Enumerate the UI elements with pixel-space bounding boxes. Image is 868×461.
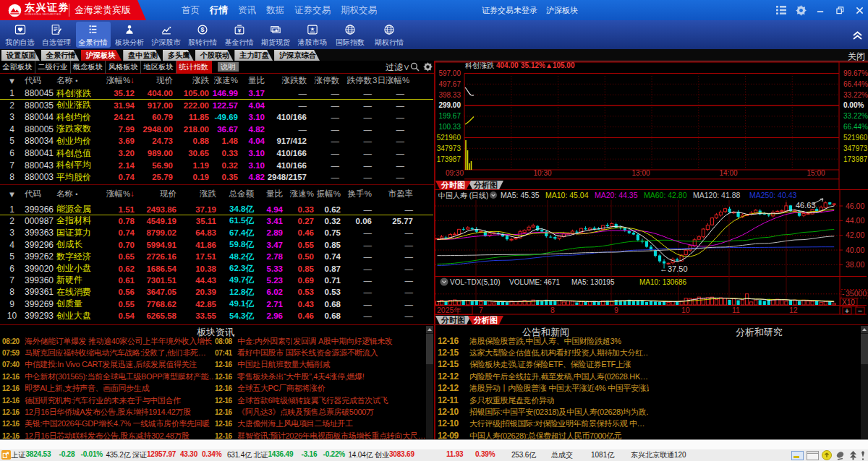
- news-item[interactable]: 12-16零售板块杀出“大牛股”,4天4涨停,燃爆!: [215, 371, 425, 382]
- news-item[interactable]: 07:40中信建投:In Vivo CART发展迅速,后续发展值得关注: [2, 359, 213, 370]
- news-item[interactable]: 12-16《阿凡达3》点映及预售总票房破5000万: [215, 407, 425, 418]
- column-header[interactable]: 现价: [135, 189, 177, 199]
- news-item[interactable]: 07:59马斯克回应福特收缩电动汽车战略:没救了,他们非死…: [2, 348, 213, 358]
- table-row[interactable]: 7880043科创平均2.1456.901.190.323.10410/166—…: [0, 159, 434, 171]
- column-header[interactable]: 名称 •: [56, 75, 103, 86]
- satellite-icon[interactable]: [835, 451, 846, 460]
- window-minimized-icon[interactable]: [791, 451, 804, 460]
- menu-item-1[interactable]: 行情: [205, 0, 233, 20]
- column-header[interactable]: 振幅%: [315, 189, 341, 199]
- table-row[interactable]: 9399269创质量0.557768.6242.8549.1亿2.710.430…: [0, 298, 434, 309]
- chart-tab-0[interactable]: 分时图: [435, 181, 471, 189]
- board-tab-0[interactable]: 全部板块: [0, 61, 35, 74]
- market-icon[interactable]: [1, 450, 11, 460]
- news-item[interactable]: 12-16全球五大PC厂商都将涨价: [215, 383, 425, 394]
- toolbar-item-1[interactable]: 自选管理: [39, 22, 74, 48]
- news-item[interactable]: 07:41看好中国股市 国际长线资金源源不断流入: [215, 348, 425, 358]
- board-tab-1[interactable]: 二级行业: [35, 61, 71, 74]
- layout-tab-5[interactable]: 个股联动: [195, 50, 234, 61]
- table-row[interactable]: 10399293创业大盘0.546265.5833.5554.3亿2.960.4…: [0, 310, 434, 322]
- table-row[interactable]: 8880003平均股价0.7425.790.190.354.822948/215…: [0, 171, 434, 184]
- layout-tab-4[interactable]: 多头鹰: [163, 50, 194, 61]
- chart-tab-0[interactable]: 分时图: [435, 316, 471, 324]
- table-row[interactable]: 6880041科创总值3.20989.0030.650.333.10410/16…: [0, 147, 434, 160]
- speed-icon[interactable]: [848, 451, 858, 460]
- news-item[interactable]: 12-10招银国际:中国平安(02318)及中国人寿(02628)均为政…: [438, 407, 649, 418]
- news-item[interactable]: 12-16中国赴日航班数量大幅削减: [215, 359, 425, 370]
- column-header[interactable]: 涨速%: [284, 189, 315, 199]
- column-header[interactable]: 涨幅%↓: [103, 189, 135, 199]
- news-item[interactable]: 12-16美银:中国2026年GDP增长4.7% 一线城市房价率先回暖: [2, 418, 213, 429]
- toolbar-item-6[interactable]: ¥基金行情: [222, 22, 257, 48]
- table-row[interactable]: 5880034创业均价3.6924.730.881.484.04917/412—…: [0, 135, 434, 147]
- column-header[interactable]: 涨速%: [210, 75, 239, 86]
- column-header[interactable]: 涨跌: [177, 189, 217, 199]
- gear-icon[interactable]: [423, 62, 433, 72]
- scroll-up-icon[interactable]: [426, 326, 433, 333]
- table-row[interactable]: 1880045科创涨跌35.12404.00105.00146.993.17——…: [0, 87, 434, 100]
- settings-gear-icon[interactable]: [795, 4, 807, 16]
- table-row[interactable]: 1399366能源金属1.512493.8637.1934.8亿4.940.33…: [0, 203, 434, 215]
- column-header[interactable]: 名称 •: [56, 189, 103, 199]
- column-header[interactable]: 代码: [25, 75, 56, 86]
- layout-tab-6[interactable]: 主力盯盘: [234, 50, 273, 61]
- column-header[interactable]: 3日涨幅%: [373, 75, 405, 86]
- menu-item-4[interactable]: 证券交易: [289, 0, 336, 20]
- column-header[interactable]: 总金额: [217, 189, 255, 199]
- news-item[interactable]: 12-16即梦AI上新,支持声音、画面同步生成: [2, 383, 213, 394]
- column-header[interactable]: 涨幅%↓: [103, 75, 135, 86]
- note-button[interactable]: 说明: [218, 62, 239, 72]
- table-row[interactable]: 7399360新硬件0.617301.5144.4349.7亿5.230.690…: [0, 274, 434, 285]
- table-row[interactable]: 6399020创业小盘0.621686.5410.3862.3亿5.330.85…: [0, 262, 434, 274]
- column-header[interactable]: 换手%: [341, 189, 373, 199]
- board-tab-4[interactable]: 地区板块: [141, 61, 176, 74]
- news-item[interactable]: 12-16港股保险股普跌,中国人寿、中国财险跌超3%: [438, 336, 649, 347]
- news-item[interactable]: 08:20海外储能订单爆发 推动逾40家公司上半年境外收入增长: [2, 336, 213, 347]
- board-tab-3[interactable]: 风格板块: [106, 61, 141, 74]
- table-row[interactable]: 2880035创业涨跌31.94917.00222.00122.574.04——…: [0, 99, 434, 111]
- toolbar-item-10[interactable]: 期权行情: [372, 22, 407, 48]
- layout-tab-3[interactable]: 盘中监测: [123, 50, 161, 61]
- news-item[interactable]: 12-16中仑新材(301565):当前全球电工级BOPP薄型膜材产能…: [2, 371, 213, 382]
- alert-icon[interactable]: [861, 451, 865, 460]
- column-header[interactable]: 现价: [135, 75, 174, 86]
- board-tab-2[interactable]: 概念板块: [71, 61, 106, 74]
- scroll-up-icon[interactable]: [861, 326, 868, 333]
- layout-list-icon[interactable]: [775, 4, 787, 16]
- column-header[interactable]: 涨跌: [174, 75, 210, 86]
- intraday-chart[interactable]: 597.00497.67398.33299.00199.67100.335219…: [434, 61, 868, 189]
- column-header[interactable]: 涨跌数: [265, 75, 307, 86]
- news-item[interactable]: 12-10大行评级|招银国际:对保险业明年前景保持乐观 中…: [438, 418, 649, 429]
- table-row[interactable]: 3880044科创均价24.2160.7911.85-49.693.10410/…: [0, 111, 434, 124]
- layout-tab-7[interactable]: 沪深京综合: [274, 50, 320, 61]
- news-item[interactable]: 12-16全球首款6吨级倾转旋翼飞行器完成首次试飞: [215, 395, 425, 406]
- restore-icon[interactable]: [834, 4, 846, 16]
- news-item[interactable]: 08:08中金:内外因素引发回调 A股中期向好逻辑未改: [215, 336, 425, 347]
- minimize-icon[interactable]: [814, 4, 826, 16]
- chart-tab-1[interactable]: 分析图: [468, 316, 503, 324]
- toolbar-item-9[interactable]: 国际指数: [333, 22, 367, 48]
- toolbar-item-5[interactable]: $股转行情: [185, 22, 220, 48]
- layout-tab-1[interactable]: 全景行情: [41, 50, 80, 61]
- search-icon[interactable]: [410, 62, 420, 72]
- board-label[interactable]: 沪深板块: [546, 5, 578, 16]
- window-icon[interactable]: [807, 451, 819, 460]
- toolbar-item-8[interactable]: 港股市场: [295, 22, 330, 48]
- toolbar-item-7[interactable]: 期货现货: [258, 22, 293, 48]
- table-row[interactable]: 4880005涨跌家数7.992948.00218.0036.674.82———…: [0, 123, 434, 135]
- left-news-scrollbar[interactable]: [426, 326, 433, 439]
- table-row[interactable]: 2000987全指材料0.784549.1935.1161.5亿3.410.27…: [0, 215, 434, 226]
- menu-item-2[interactable]: 资讯: [233, 0, 261, 20]
- filter-dropdown[interactable]: 过滤∨: [386, 61, 410, 74]
- login-status[interactable]: 证券交易未登录: [482, 5, 537, 16]
- menu-item-3[interactable]: 数据: [261, 0, 289, 20]
- news-item[interactable]: 12-12内险股午后全线拉升,截至发稿,中国人寿(02628.HK…: [438, 371, 649, 382]
- table-row[interactable]: 8399361在线消费0.563647.0520.3912.8亿6.020.53…: [0, 286, 434, 298]
- column-header[interactable]: 市盈率: [373, 189, 414, 199]
- sort-indicator-icon[interactable]: ▼: [0, 77, 25, 85]
- close-window-icon[interactable]: [854, 4, 865, 16]
- news-item[interactable]: 12-15这家大型险企估值低,机构看好!投资人期待加大分红…: [438, 348, 649, 358]
- toolbar-item-0[interactable]: 我的自选: [3, 22, 38, 48]
- news-item[interactable]: 12-16大唐儋州海上风电项目二场址开工: [215, 418, 425, 429]
- news-item[interactable]: 12-16德国研究机构:汽车行业的未来在于与中国合作: [2, 395, 213, 406]
